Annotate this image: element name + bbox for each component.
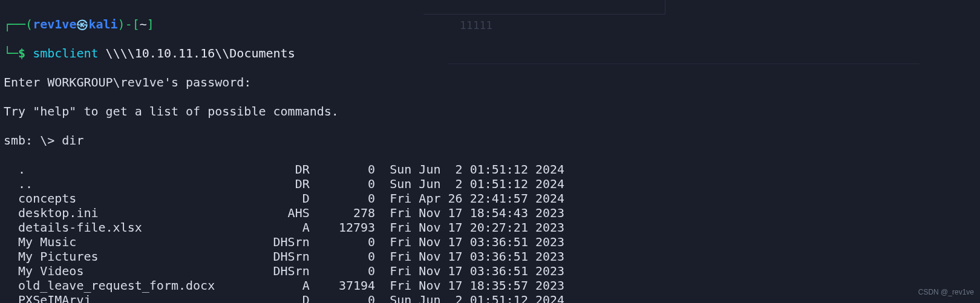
dir-row: PXSeIMArvj D 0 Sun Jun 2 01:51:12 2024 <box>4 293 976 303</box>
help-hint: Try "help" to get a list of possible com… <box>4 104 976 119</box>
dir-listing: . DR 0 Sun Jun 2 01:51:12 2024 .. DR 0 S… <box>4 162 976 303</box>
watermark: CSDN @_rev1ve <box>918 285 974 299</box>
dir-row: My Pictures DHSrn 0 Fri Nov 17 03:36:51 … <box>4 249 976 264</box>
command-name: smbclient <box>33 46 98 60</box>
dir-row: My Music DHSrn 0 Fri Nov 17 03:36:51 202… <box>4 235 976 249</box>
dir-row: desktop.ini AHS 278 Fri Nov 17 18:54:43 … <box>4 206 976 220</box>
command-args: \\\\10.10.11.16\\Documents <box>99 46 295 60</box>
dir-row: .. DR 0 Sun Jun 2 01:51:12 2024 <box>4 177 976 191</box>
dir-row: details-file.xlsx A 12793 Fri Nov 17 20:… <box>4 220 976 235</box>
dir-row: old_leave_request_form.docx A 37194 Fri … <box>4 278 976 293</box>
background-panel-outline <box>448 42 920 64</box>
smb-dir-line: smb: \> dir <box>4 133 976 148</box>
background-tab-outline <box>423 0 665 15</box>
dir-row: My Videos DHSrn 0 Fri Nov 17 03:36:51 20… <box>4 264 976 278</box>
dir-row: . DR 0 Sun Jun 2 01:51:12 2024 <box>4 162 976 177</box>
dir-row: concepts D 0 Fri Apr 26 22:41:57 2024 <box>4 191 976 206</box>
background-tab-text: 11111 <box>460 18 492 33</box>
password-prompt: Enter WORKGROUP\rev1ve's password: <box>4 75 976 90</box>
